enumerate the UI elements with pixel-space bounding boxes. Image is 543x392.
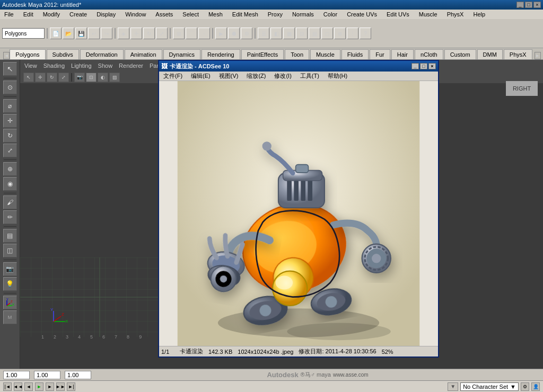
snap-curve-btn[interactable]: ⌒ <box>186 28 197 39</box>
tab-nav-left[interactable]: ◄ <box>3 52 10 59</box>
layers-btn[interactable]: ▤ <box>3 229 17 243</box>
paint-btn[interactable]: ✏ <box>3 210 17 224</box>
maximize-button[interactable]: □ <box>525 2 532 8</box>
menu-physx[interactable]: PhysX <box>445 11 466 17</box>
save-file-btn[interactable]: 💾 <box>75 28 87 39</box>
rotate-btn[interactable]: ↻ <box>143 28 155 39</box>
range-slider[interactable]: ▼ <box>448 382 458 391</box>
camera-btn[interactable]: 📷 <box>3 262 17 276</box>
axes-btn[interactable]: X Y Z <box>3 296 17 309</box>
acdsee-menu-zoom[interactable]: 缩放(Z) <box>244 72 268 80</box>
menu-normals[interactable]: Normals <box>290 11 316 17</box>
acdsee-menu-view[interactable]: 视图(V) <box>217 72 241 80</box>
show-ui-btn[interactable]: ☰ <box>258 28 269 39</box>
shading-menu[interactable]: Shading <box>43 63 65 69</box>
snap-grid-btn[interactable]: ⊞ <box>173 28 185 39</box>
menu-file[interactable]: File <box>2 11 16 17</box>
tab-fur[interactable]: Fur <box>370 49 390 59</box>
tab-fluids[interactable]: Fluids <box>341 49 369 59</box>
move-tool-btn[interactable]: ✛ <box>3 114 17 128</box>
vp-shd-btn[interactable]: ◐ <box>98 73 108 82</box>
playback-end-btn[interactable]: ►| <box>67 382 75 391</box>
redo-btn[interactable]: ↪ <box>101 28 112 39</box>
char-set-icon-btn[interactable]: 👤 <box>531 382 540 391</box>
menu-proxy[interactable]: Proxy <box>266 11 285 17</box>
menu-select[interactable]: Select <box>180 11 201 17</box>
tool4-btn[interactable]: ▤ <box>309 28 320 39</box>
mel-btn[interactable]: M <box>3 310 17 324</box>
render-btn[interactable]: ▶ <box>215 28 227 39</box>
menu-mesh[interactable]: Mesh <box>206 11 225 17</box>
tab-subdivs[interactable]: Subdivs <box>47 49 79 59</box>
sculpt-btn[interactable]: 🖌 <box>3 195 17 209</box>
menu-modify[interactable]: Modify <box>41 11 62 17</box>
menu-window[interactable]: Window <box>123 11 148 17</box>
menu-help[interactable]: Help <box>471 11 487 17</box>
acdsee-menu-file[interactable]: 文件(F) <box>161 72 185 80</box>
menu-muscle[interactable]: Muscle <box>417 11 440 17</box>
tab-animation[interactable]: Animation <box>125 49 162 59</box>
tab-ncloth[interactable]: nCloth <box>415 49 443 59</box>
move-btn[interactable]: ✛ <box>130 28 142 39</box>
tab-physx[interactable]: PhysX <box>504 49 532 59</box>
acdsee-close-btn[interactable]: × <box>428 63 436 69</box>
acdsee-menu-edit[interactable]: 编辑(E) <box>189 72 213 80</box>
menu-color[interactable]: Color <box>321 11 339 17</box>
acdsee-menu-tools[interactable]: 工具(T) <box>298 72 321 80</box>
menu-assets[interactable]: Assets <box>153 11 175 17</box>
playback-start-btn[interactable]: |◄ <box>3 382 12 391</box>
playback-next-frame-btn[interactable]: ► <box>46 382 54 391</box>
acdsee-menu-modify[interactable]: 修改(I) <box>272 72 293 80</box>
scale-btn[interactable]: ⤢ <box>156 28 168 39</box>
playback-prev-key-btn[interactable]: ◄◄ <box>14 382 22 391</box>
vp-cam-btn[interactable]: 📷 <box>74 73 85 82</box>
minimize-button[interactable]: _ <box>516 2 524 8</box>
acdsee-window[interactable]: 🖼 卡通渲染 - ACDSee 10 _ □ × 文件(F) 编辑(E) 视图(… <box>158 60 439 358</box>
vp-move-btn[interactable]: ✛ <box>35 73 46 82</box>
tool3-btn[interactable]: ⊟ <box>296 28 308 39</box>
tab-dmm[interactable]: DMM <box>477 49 503 59</box>
lasso-btn[interactable]: ⌀ <box>3 99 17 113</box>
vp-rot-btn[interactable]: ↻ <box>47 73 57 82</box>
playback-prev-frame-btn[interactable]: ◄ <box>24 382 33 391</box>
tool8-btn[interactable]: ? <box>360 28 371 39</box>
tab-dynamics[interactable]: Dynamics <box>163 49 200 59</box>
tab-deformation[interactable]: Deformation <box>80 49 124 59</box>
tab-nav-right[interactable]: ► <box>535 52 541 59</box>
tab-toon[interactable]: Toon <box>285 49 309 59</box>
undo-btn[interactable]: ↩ <box>88 28 100 39</box>
scale-tool-btn[interactable]: ⤢ <box>3 144 17 157</box>
menu-create-uvs[interactable]: Create UVs <box>345 11 379 17</box>
tab-hair[interactable]: Hair <box>391 49 414 59</box>
menu-create[interactable]: Create <box>67 11 89 17</box>
tool1-btn[interactable]: ◧ <box>270 28 282 39</box>
menu-edit-mesh[interactable]: Edit Mesh <box>230 11 260 17</box>
new-file-btn[interactable]: 📄 <box>50 28 62 39</box>
playback-next-key-btn[interactable]: ►► <box>56 382 65 391</box>
tab-muscle[interactable]: Muscle <box>310 49 340 59</box>
tab-painteffects[interactable]: PaintEffects <box>241 49 284 59</box>
tab-rendering[interactable]: Rendering <box>202 49 240 59</box>
vp-scale-btn[interactable]: ⤢ <box>58 73 69 82</box>
lighting-menu[interactable]: Lighting <box>71 63 92 69</box>
render-settings-btn[interactable]: ⚙ <box>241 28 252 39</box>
acdsee-menu-help[interactable]: 帮助(H) <box>326 72 349 80</box>
close-button[interactable]: × <box>533 2 541 8</box>
open-file-btn[interactable]: 📂 <box>63 28 74 39</box>
vp-wire-btn[interactable]: ⊡ <box>86 73 97 82</box>
menu-edit[interactable]: Edit <box>21 11 36 17</box>
viewport-container[interactable]: View Shading Lighting Show Renderer Pan … <box>20 60 543 369</box>
snap-point-btn[interactable]: · <box>198 28 210 39</box>
char-set-settings-btn[interactable]: ⚙ <box>521 382 529 391</box>
paint-select-btn[interactable]: ⊙ <box>3 81 17 94</box>
show-menu[interactable]: Show <box>98 63 113 69</box>
ipr-btn[interactable]: ⬢ <box>228 28 240 39</box>
playback-play-btn[interactable]: ► <box>35 382 43 391</box>
light-btn[interactable]: 💡 <box>3 277 17 291</box>
tool2-btn[interactable]: ▦ <box>283 28 295 39</box>
tab-polygons[interactable]: Polygons <box>10 49 45 59</box>
tool7-btn[interactable]: ⋮ <box>347 28 358 39</box>
rotate-tool-btn[interactable]: ↻ <box>3 129 17 142</box>
renderer-menu[interactable]: Renderer <box>119 63 143 69</box>
tab-custom[interactable]: Custom <box>444 49 476 59</box>
